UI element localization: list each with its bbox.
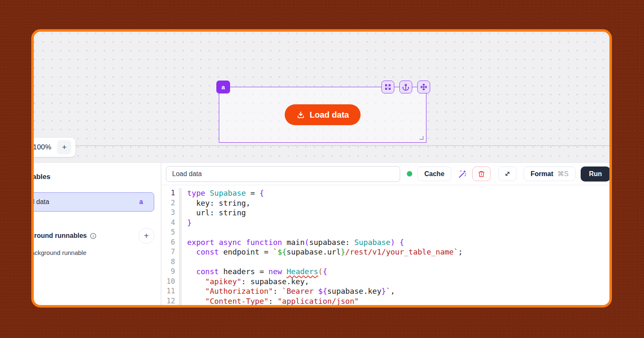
runnables-panel: Runnables Load data a Background runnabl… <box>34 163 161 305</box>
status-dot <box>407 171 412 177</box>
code-line[interactable]: 8 <box>161 257 609 267</box>
format-button-label: Format <box>531 170 553 178</box>
background-runnables-empty-text: No background runnable <box>34 249 154 256</box>
bottom-section: Runnables Load data a Background runnabl… <box>34 163 609 305</box>
code-text: export async function main(supabase: Sup… <box>182 237 404 247</box>
gutter-decoration <box>179 277 182 287</box>
anchor-component-button[interactable] <box>399 81 412 93</box>
runnable-item-load-data[interactable]: Load data a <box>34 192 154 212</box>
line-number: 7 <box>161 247 175 257</box>
code-line[interactable]: 10 "apikey": supabase.key, <box>161 277 609 287</box>
code-line[interactable]: 2 key: string, <box>161 198 609 208</box>
runnable-name-input[interactable] <box>166 166 400 182</box>
runnables-title: Runnables <box>34 173 154 181</box>
gutter-decoration <box>179 198 182 208</box>
line-number: 1 <box>161 188 175 198</box>
trash-icon <box>478 170 485 178</box>
load-data-button[interactable]: Load data <box>285 104 361 125</box>
gutter-decoration <box>179 218 182 228</box>
move-component-button[interactable] <box>417 81 430 93</box>
code-line[interactable]: 12 "Content-Type": "application/json" <box>161 296 609 305</box>
background-runnables-title: Background runnables <box>34 232 87 240</box>
gutter-decoration <box>179 296 182 305</box>
line-number: 4 <box>161 218 175 228</box>
gutter-decoration <box>179 247 182 257</box>
runnable-item-badge: a <box>139 198 143 206</box>
component-handles <box>381 81 430 93</box>
line-number: 10 <box>161 277 175 287</box>
selected-component-container[interactable]: Load data <box>219 87 426 143</box>
gutter-decoration <box>179 237 182 247</box>
line-number: 9 <box>161 267 175 277</box>
gutter-decoration <box>179 227 182 237</box>
download-icon <box>296 111 305 119</box>
code-line[interactable]: 11 "Authorization": `Bearer ${supabase.k… <box>161 286 609 296</box>
gutter-decoration <box>179 188 182 198</box>
line-number: 2 <box>161 198 175 208</box>
gutter-decoration <box>179 267 182 277</box>
gutter-decoration <box>179 257 182 267</box>
move-icon <box>420 83 427 91</box>
line-number: 11 <box>161 286 175 296</box>
background-runnables-header: Background runnables + <box>34 228 154 244</box>
code-line[interactable]: 5 <box>161 227 609 237</box>
delete-button[interactable] <box>472 166 491 181</box>
code-text: const headers = new Headers({ <box>182 267 327 277</box>
code-text <box>182 257 187 267</box>
line-number: 3 <box>161 208 175 218</box>
fullscreen-button[interactable] <box>498 166 516 181</box>
format-button[interactable]: Format ⌘S <box>524 166 576 181</box>
expand-diagonal-icon <box>504 170 511 177</box>
code-text: type Supabase = { <box>182 188 264 198</box>
code-text: const endpoint = `${supabase.url}/rest/v… <box>182 247 463 257</box>
code-text: "apikey": supabase.key, <box>182 277 309 287</box>
info-icon[interactable] <box>90 232 97 240</box>
line-number: 12 <box>161 296 175 305</box>
zoom-control: − 100% + <box>34 138 75 157</box>
code-text: url: string <box>182 208 246 218</box>
format-shortcut: ⌘S <box>557 170 569 178</box>
code-line[interactable]: 3 url: string <box>161 208 609 218</box>
code-line[interactable]: 4} <box>161 218 609 228</box>
line-number: 8 <box>161 257 175 267</box>
app-canvas[interactable]: − 100% + Load data a <box>34 32 609 163</box>
code-line[interactable]: 1type Supabase = { <box>161 188 609 198</box>
run-button[interactable]: Run <box>581 166 610 182</box>
anchor-icon <box>402 83 409 91</box>
code-text: key: string, <box>182 198 251 208</box>
component-id-badge[interactable]: a <box>216 81 230 93</box>
expand-component-button[interactable] <box>381 81 394 93</box>
canvas-height-guide <box>34 145 609 146</box>
resize-handle[interactable] <box>420 136 423 140</box>
line-number: 6 <box>161 237 175 247</box>
zoom-in-button[interactable]: + <box>57 140 71 154</box>
code-text: "Authorization": `Bearer ${supabase.key}… <box>182 286 395 296</box>
gutter-decoration <box>179 286 182 296</box>
code-line[interactable]: 9 const headers = new Headers({ <box>161 267 609 277</box>
code-line[interactable]: 7 const endpoint = `${supabase.url}/rest… <box>161 247 609 257</box>
expand-icon <box>384 83 391 91</box>
code-editor[interactable]: 1type Supabase = {2 key: string,3 url: s… <box>161 185 609 305</box>
magic-wand-icon <box>457 169 467 179</box>
ai-wand-button[interactable] <box>457 169 467 179</box>
runnable-toolbar: Cache <box>161 163 609 185</box>
code-text: "Content-Type": "application/json" <box>182 296 359 305</box>
gutter-decoration <box>179 208 182 218</box>
runnable-detail-panel: Cache <box>161 163 609 305</box>
line-number: 5 <box>161 227 175 237</box>
add-background-runnable-button[interactable]: + <box>138 228 154 244</box>
code-text <box>182 227 187 237</box>
app-window: − 100% + Load data a <box>31 29 612 308</box>
cache-button[interactable]: Cache <box>417 166 451 181</box>
runnable-item-label: Load data <box>34 198 139 206</box>
zoom-level: 100% <box>34 143 51 151</box>
load-data-button-label: Load data <box>310 110 349 120</box>
code-text: } <box>182 218 192 228</box>
code-line[interactable]: 6export async function main(supabase: Su… <box>161 237 609 247</box>
